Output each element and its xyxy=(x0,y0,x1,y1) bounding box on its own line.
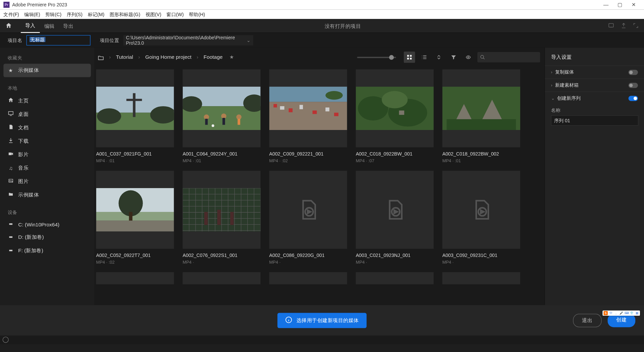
menu-help[interactable]: 帮助(H) xyxy=(189,11,205,17)
sidebar-item-label: 示例媒体 xyxy=(18,67,39,74)
project-location-dropdown[interactable]: C:\Users\Administrator\Documents\Adobe\P… xyxy=(123,35,253,46)
sidebar-section-favorites: 收藏夹 xyxy=(0,52,94,64)
media-tile[interactable]: A002_C086_09220G_001 MP4 · xyxy=(269,171,347,264)
svg-rect-77 xyxy=(217,210,221,225)
sidebar-item-home[interactable]: 主页 xyxy=(0,94,94,107)
menu-graphics[interactable]: 图形和标题(G) xyxy=(110,11,140,17)
sequence-name-input[interactable] xyxy=(551,115,639,126)
quick-export-icon[interactable] xyxy=(608,22,615,30)
media-meta: MP4 · xyxy=(269,260,347,264)
ime-keyboard-icon[interactable]: ⌨ xyxy=(625,311,629,315)
media-tile[interactable] xyxy=(442,272,520,284)
breadcrumb-tutorial[interactable]: Tutorial xyxy=(116,54,133,60)
svg-rect-34 xyxy=(289,108,293,113)
sidebar-item-music[interactable]: ♫音乐 xyxy=(0,161,94,175)
thumbnail-size-slider[interactable] xyxy=(357,56,396,58)
sidebar-item-downloads[interactable]: 下载 xyxy=(0,134,94,148)
sidebar-item-drive-d[interactable]: D: (新加卷) xyxy=(0,230,94,244)
setting-copy-media[interactable]: ›复制媒体 xyxy=(545,65,644,79)
setting-new-bin[interactable]: ›新建素材箱 xyxy=(545,79,644,92)
media-tile[interactable]: A001_C037_0921FG_001 MP4 · :01 xyxy=(96,69,174,163)
ime-mic-icon[interactable]: 🎤 xyxy=(619,311,623,315)
ime-skin-icon[interactable]: 👕 xyxy=(630,311,634,315)
svg-point-11 xyxy=(468,56,469,58)
search-input[interactable] xyxy=(477,52,540,62)
sidebar-item-desktop[interactable]: 桌面 xyxy=(0,107,94,121)
menu-window[interactable]: 窗口(W) xyxy=(166,11,183,17)
menu-view[interactable]: 视图(V) xyxy=(146,11,161,17)
media-tile[interactable]: A002_C018_0922BW_001 MP4 · :07 xyxy=(356,69,434,163)
fullscreen-icon[interactable] xyxy=(633,22,639,30)
menu-file[interactable]: 文件(F) xyxy=(3,11,19,17)
search-icon xyxy=(480,55,485,60)
minimize-button[interactable]: — xyxy=(599,1,613,9)
list-view-button[interactable] xyxy=(419,52,430,63)
media-thumbnail xyxy=(96,69,174,147)
filter-button[interactable] xyxy=(448,52,459,63)
setting-create-sequence[interactable]: ⌄创建新序列 xyxy=(545,91,644,104)
maximize-button[interactable]: ▢ xyxy=(613,1,627,9)
toggle-new-bin[interactable] xyxy=(629,83,638,88)
workspace-tabs: 导入 编辑 导出 没有打开的项目 xyxy=(0,19,644,33)
folder-icon[interactable] xyxy=(97,54,104,60)
media-tile[interactable]: A002_C018_0922BW_002 MP4 · :01 xyxy=(442,69,520,163)
project-name-input[interactable]: 无标题 xyxy=(26,35,91,46)
sidebar-item-label: 桌面 xyxy=(18,111,29,118)
sidebar-item-documents[interactable]: 文档 xyxy=(0,121,94,134)
ime-lang-icon[interactable]: 中 xyxy=(609,311,613,315)
chevron-right-icon: › xyxy=(551,83,552,87)
menu-edit[interactable]: 编辑(E) xyxy=(24,11,40,17)
sidebar-item-drive-c[interactable]: C: (Win10Prox64) xyxy=(0,218,94,230)
svg-rect-76 xyxy=(204,212,208,225)
menu-marker[interactable]: 标记(M) xyxy=(88,11,105,17)
ime-tools-icon[interactable]: ▦ xyxy=(635,311,639,315)
app-title: Adobe Premiere Pro 2023 xyxy=(12,2,67,7)
menu-sequence[interactable]: 序列(S) xyxy=(67,11,83,17)
grid-view-button[interactable] xyxy=(404,52,415,63)
media-tile[interactable] xyxy=(183,272,261,284)
tab-import[interactable]: 导入 xyxy=(21,19,40,33)
close-button[interactable]: ✕ xyxy=(627,1,640,9)
panel-title: 导入设置 xyxy=(545,52,644,65)
tab-export[interactable]: 导出 xyxy=(59,20,78,32)
media-tile[interactable] xyxy=(96,272,174,284)
menu-clip[interactable]: 剪辑(C) xyxy=(45,11,61,17)
media-name: A002_C018_0922BW_002 xyxy=(442,151,520,156)
breadcrumb-project[interactable]: Going Home project xyxy=(145,54,192,60)
exit-button[interactable]: 退出 xyxy=(573,314,601,327)
setting-label: 创建新序列 xyxy=(557,95,581,100)
sort-button[interactable] xyxy=(433,52,445,63)
media-tile[interactable]: A002_C076_0922S1_001 MP4 · xyxy=(183,171,261,264)
toggle-create-sequence[interactable] xyxy=(629,96,638,101)
breadcrumb-footage[interactable]: Footage xyxy=(204,54,223,60)
preview-button[interactable] xyxy=(463,52,474,63)
image-icon xyxy=(8,178,14,184)
svg-rect-2 xyxy=(9,152,12,155)
download-icon xyxy=(8,137,14,145)
ime-toolbar[interactable]: S 中 ， 🎤 ⌨ 👕 ▦ xyxy=(602,311,640,316)
tab-edit[interactable]: 编辑 xyxy=(40,20,59,32)
sidebar-item-sample-media-2[interactable]: 示例媒体 xyxy=(0,188,94,202)
media-tile[interactable]: A003_C092_09231C_001 MP4 · xyxy=(442,171,520,264)
media-name: A002_C052_0922T7_001 xyxy=(96,253,174,258)
sidebar-item-drive-f[interactable]: F: (新加卷) xyxy=(0,244,94,257)
share-icon[interactable] xyxy=(621,22,627,30)
media-tile[interactable]: A003_C021_0923NJ_001 MP4 · xyxy=(356,171,434,264)
sidebar-item-movies[interactable]: 影片 xyxy=(0,148,94,161)
home-icon[interactable] xyxy=(5,22,13,30)
app-icon: Pr xyxy=(3,2,9,8)
media-tile[interactable] xyxy=(269,272,347,284)
media-meta: MP4 · xyxy=(183,260,261,264)
sidebar-item-sample-media[interactable]: ★ 示例媒体 xyxy=(3,64,91,77)
toggle-copy-media[interactable] xyxy=(629,70,638,75)
star-icon[interactable]: ★ xyxy=(229,54,234,60)
sidebar-item-pictures[interactable]: 图片 xyxy=(0,175,94,188)
media-meta: MP4 · :01 xyxy=(96,158,174,163)
media-tile[interactable]: A002_C052_0922T7_001 MP4 · :02 xyxy=(96,171,174,264)
media-thumbnail xyxy=(442,171,520,249)
creative-cloud-icon[interactable] xyxy=(3,337,9,343)
media-tile[interactable]: A002_C009_092221_001 MP4 · :02 xyxy=(269,69,347,163)
media-tile[interactable]: A001_C064_09224Y_001 MP4 · :01 xyxy=(183,69,261,163)
ime-punct-icon[interactable]: ， xyxy=(614,311,618,315)
media-tile[interactable] xyxy=(356,272,434,284)
